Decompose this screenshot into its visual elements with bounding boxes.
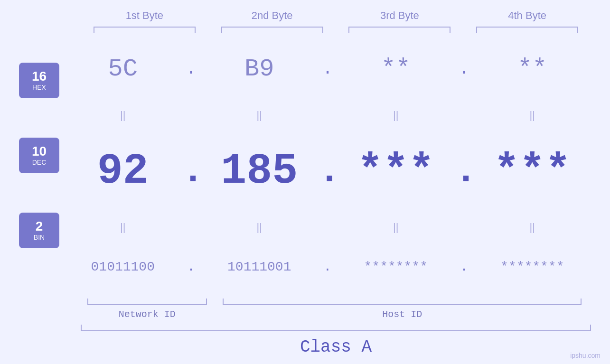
bin-num: 2 — [36, 219, 43, 234]
eq2-c4: || — [474, 221, 591, 233]
eq2-c3: || — [337, 221, 455, 233]
equals-row-1: || || || || — [64, 109, 591, 121]
rows-grid: 5C . B9 . ** . ** || || — [64, 43, 591, 296]
bracket-cell-1 — [81, 27, 208, 33]
network-id-label: Network ID — [119, 309, 176, 320]
host-bracket-container: Host ID — [214, 299, 591, 320]
class-bracket — [81, 325, 591, 331]
hex-sep1: . — [182, 59, 201, 79]
class-label: Class A — [81, 335, 591, 359]
top-brackets — [19, 27, 591, 33]
bracket-2 — [221, 27, 323, 33]
bin-b3-cell: ******** — [337, 260, 455, 274]
dec-b3-cell: *** — [337, 147, 455, 196]
hex-b1-cell: 5C — [64, 55, 182, 83]
dec-b2-cell: 185 — [201, 147, 319, 196]
bottom-brackets: Network ID Host ID — [81, 299, 591, 320]
hex-b2-cell: B9 — [201, 55, 319, 83]
dec-sep3: . — [455, 149, 474, 193]
equals-row-2: || || || || — [64, 221, 591, 233]
eq1-c3: || — [337, 109, 455, 121]
bin-b4-value: ******** — [500, 260, 564, 274]
bin-b3-value: ******** — [364, 260, 428, 274]
host-bracket — [223, 299, 582, 305]
host-id-label: Host ID — [382, 309, 422, 320]
base-labels: 16 HEX 10 DEC 2 BIN — [19, 43, 64, 296]
hex-b2-value: B9 — [244, 55, 274, 83]
bin-sep2: . — [318, 260, 337, 274]
hex-b3-cell: ** — [337, 55, 455, 83]
dec-b1-cell: 92 — [64, 147, 182, 196]
dec-name: DEC — [32, 159, 47, 166]
bin-b2-cell: 10111001 — [201, 260, 319, 274]
bracket-3 — [348, 27, 450, 33]
dec-b4-cell: *** — [474, 147, 591, 196]
bin-sep3: . — [455, 260, 474, 274]
eq1-c4: || — [474, 109, 591, 121]
bracket-cell-3 — [336, 27, 464, 33]
bracket-1 — [94, 27, 196, 33]
hex-sep2: . — [318, 59, 337, 79]
hex-b1-value: 5C — [108, 55, 138, 83]
byte1-header: 1st Byte — [81, 9, 208, 22]
hex-num: 16 — [32, 69, 47, 84]
eq1-c1: || — [64, 109, 182, 121]
bin-b1-value: 01011100 — [91, 260, 155, 274]
network-bracket — [87, 299, 207, 305]
dec-sep1: . — [182, 149, 201, 193]
hex-name: HEX — [32, 84, 46, 91]
byte4-header: 4th Byte — [463, 9, 591, 22]
hex-row: 5C . B9 . ** . ** — [64, 55, 591, 83]
main-container: 1st Byte 2nd Byte 3rd Byte 4th Byte 16 H… — [0, 0, 610, 364]
byte3-header: 3rd Byte — [336, 9, 464, 22]
dec-badge: 10 DEC — [19, 138, 59, 173]
bracket-cell-2 — [208, 27, 336, 33]
hex-b3-value: ** — [381, 55, 411, 83]
network-bracket-container: Network ID — [81, 299, 214, 320]
hex-b4-value: ** — [517, 55, 547, 83]
bin-sep1: . — [182, 260, 201, 274]
bin-b1-cell: 01011100 — [64, 260, 182, 274]
dec-b4-value: *** — [494, 147, 571, 196]
bin-row: 01011100 . 10111001 . ******** . *******… — [64, 260, 591, 274]
dec-b2-value: 185 — [221, 147, 298, 196]
bin-name: BIN — [34, 233, 45, 241]
eq2-c2: || — [201, 221, 319, 233]
bracket-4 — [476, 27, 578, 33]
hex-b4-cell: ** — [474, 55, 591, 83]
content-area: 16 HEX 10 DEC 2 BIN 5C . B9 — [19, 43, 591, 296]
bin-badge: 2 BIN — [19, 213, 59, 248]
byte-headers: 1st Byte 2nd Byte 3rd Byte 4th Byte — [19, 9, 591, 22]
eq2-c1: || — [64, 221, 182, 233]
dec-b1-value: 92 — [97, 147, 149, 196]
dec-sep2: . — [318, 149, 337, 193]
watermark: ipshu.com — [570, 352, 601, 359]
bin-b2-value: 10111001 — [227, 260, 291, 274]
class-row: Class A — [19, 325, 591, 359]
dec-num: 10 — [32, 144, 47, 159]
bottom-section: Network ID Host ID — [19, 299, 591, 320]
dec-b3-value: *** — [357, 147, 434, 196]
hex-badge: 16 HEX — [19, 63, 59, 98]
dec-row: 92 . 185 . *** . *** — [64, 147, 591, 196]
byte2-header: 2nd Byte — [208, 9, 336, 22]
bin-b4-cell: ******** — [474, 260, 591, 274]
bracket-cell-4 — [463, 27, 591, 33]
eq1-c2: || — [201, 109, 319, 121]
hex-sep3: . — [455, 59, 474, 79]
